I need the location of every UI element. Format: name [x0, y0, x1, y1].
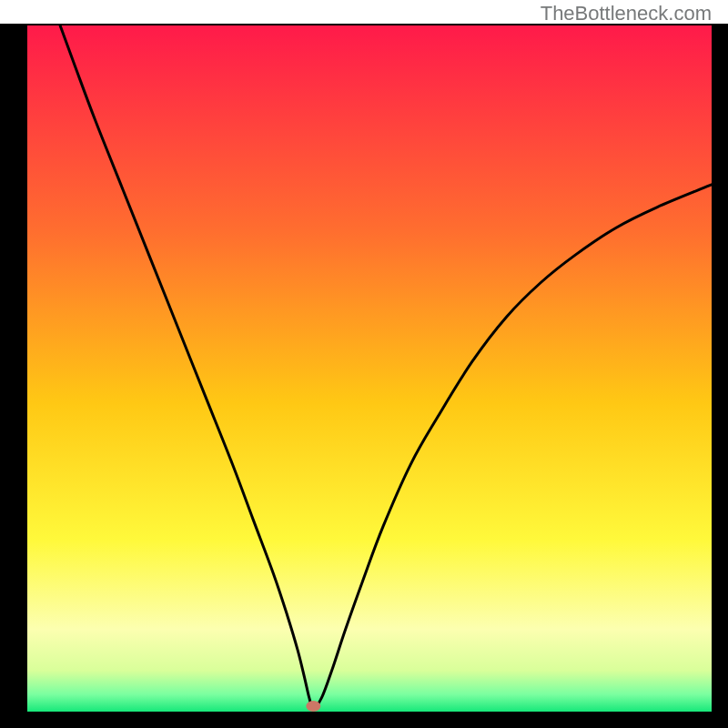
- attribution-label: TheBottleneck.com: [541, 2, 712, 25]
- chart-container: TheBottleneck.com: [0, 0, 728, 728]
- bottleneck-marker: [306, 701, 320, 712]
- bottleneck-chart: [0, 0, 728, 728]
- svg-rect-1: [27, 25, 712, 712]
